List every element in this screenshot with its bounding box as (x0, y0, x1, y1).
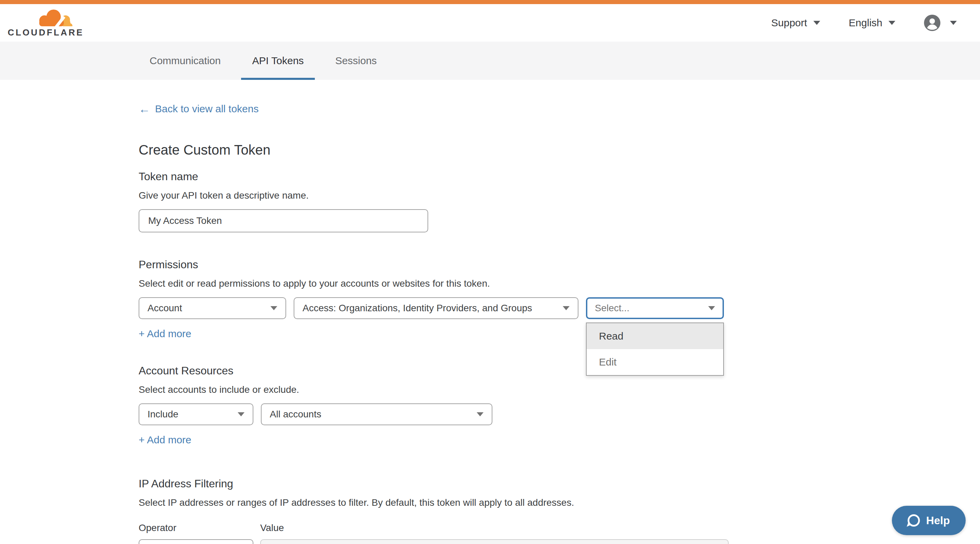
chevron-down-icon (238, 412, 245, 416)
chevron-down-icon (270, 306, 277, 310)
ip-filtering-description: Select IP addresses or ranges of IP addr… (138, 496, 980, 509)
account-resources-add-more-link[interactable]: + Add more (138, 434, 191, 446)
permission-access-select[interactable]: Select... (586, 297, 724, 319)
cloudflare-logo[interactable]: CLOUDFLARE (8, 8, 83, 38)
tab-bar: Communication API Tokens Sessions (0, 42, 980, 80)
account-resources-section: Account Resources Select accounts to inc… (138, 363, 980, 446)
permission-access-dropdown-wrap: Select... Read Edit (586, 297, 724, 319)
account-resources-row: Include All accounts (138, 403, 980, 425)
help-button-label: Help (926, 514, 950, 527)
page-title: Create Custom Token (138, 140, 980, 159)
speech-bubble-icon (908, 514, 920, 527)
tab-sessions[interactable]: Sessions (325, 42, 388, 80)
support-label: Support (772, 17, 807, 29)
token-name-section: Token name Give your API token a descrip… (138, 169, 980, 232)
resource-accounts-select[interactable]: All accounts (261, 403, 492, 425)
ip-filtering-section: IP Address Filtering Select IP addresses… (138, 476, 980, 544)
ip-operator-select[interactable]: Select... (138, 539, 253, 544)
ip-labels-row: Operator Value (138, 521, 980, 534)
language-menu[interactable]: English (849, 17, 895, 29)
token-name-description: Give your API token a descriptive name. (138, 189, 980, 202)
tab-communication[interactable]: Communication (138, 42, 232, 80)
chevron-down-icon (477, 412, 484, 416)
permissions-add-more-link[interactable]: + Add more (138, 328, 191, 339)
cloudflare-wordmark: CLOUDFLARE (8, 27, 84, 38)
option-label: Edit (599, 356, 617, 368)
user-avatar-icon (924, 15, 940, 31)
permissions-section: Permissions Select edit or read permissi… (138, 257, 980, 340)
permission-access-placeholder: Select... (595, 303, 629, 314)
cloudflare-cloud-icon (19, 8, 72, 27)
chevron-down-icon (563, 306, 570, 310)
token-name-input[interactable] (138, 209, 428, 232)
value-label: Value (260, 522, 284, 533)
token-name-heading: Token name (138, 169, 980, 184)
language-label: English (849, 17, 882, 29)
header-right: Support English (772, 15, 957, 31)
permissions-row: Account Access: Organizations, Identity … (138, 297, 980, 319)
access-dropdown-menu: Read Edit (586, 322, 724, 376)
permission-scope-select[interactable]: Account (138, 297, 286, 319)
chevron-down-icon (950, 21, 957, 25)
page: CLOUDFLARE Support English (0, 0, 980, 544)
permission-resource-value: Access: Organizations, Identity Provider… (302, 303, 532, 314)
permissions-heading: Permissions (138, 257, 980, 272)
top-accent-bar (0, 0, 980, 4)
permissions-description: Select edit or read permissions to apply… (138, 277, 980, 290)
header: CLOUDFLARE Support English (0, 4, 980, 42)
permission-resource-select[interactable]: Access: Organizations, Identity Provider… (294, 297, 578, 319)
tab-label: Sessions (335, 55, 377, 67)
resource-mode-value: Include (148, 409, 178, 420)
chevron-down-icon (708, 306, 715, 310)
active-tab-underline (241, 78, 315, 80)
back-arrow-icon: ← (138, 103, 150, 115)
account-menu[interactable] (924, 15, 957, 31)
ip-filtering-heading: IP Address Filtering (138, 476, 980, 491)
resource-accounts-value: All accounts (270, 409, 321, 420)
option-label: Read (599, 330, 624, 342)
dropdown-option-read[interactable]: Read (587, 323, 723, 349)
tab-label: API Tokens (252, 55, 304, 67)
ip-value-input[interactable] (260, 539, 729, 544)
main-content: ← Back to view all tokens Create Custom … (0, 80, 980, 544)
resource-mode-select[interactable]: Include (138, 403, 253, 425)
chevron-down-icon (813, 21, 820, 25)
chevron-down-icon (888, 21, 895, 25)
ip-controls-row: Select... (138, 539, 980, 544)
tab-api-tokens[interactable]: API Tokens (241, 42, 315, 80)
help-button[interactable]: Help (892, 506, 966, 535)
tab-label: Communication (150, 55, 221, 67)
operator-label: Operator (138, 522, 177, 533)
permission-scope-value: Account (148, 303, 182, 314)
dropdown-option-edit[interactable]: Edit (587, 349, 723, 375)
account-resources-description: Select accounts to include or exclude. (138, 383, 980, 397)
account-resources-heading: Account Resources (138, 363, 980, 378)
support-menu[interactable]: Support (772, 17, 820, 29)
back-to-tokens-link[interactable]: ← Back to view all tokens (138, 103, 258, 115)
back-link-label: Back to view all tokens (155, 103, 258, 115)
